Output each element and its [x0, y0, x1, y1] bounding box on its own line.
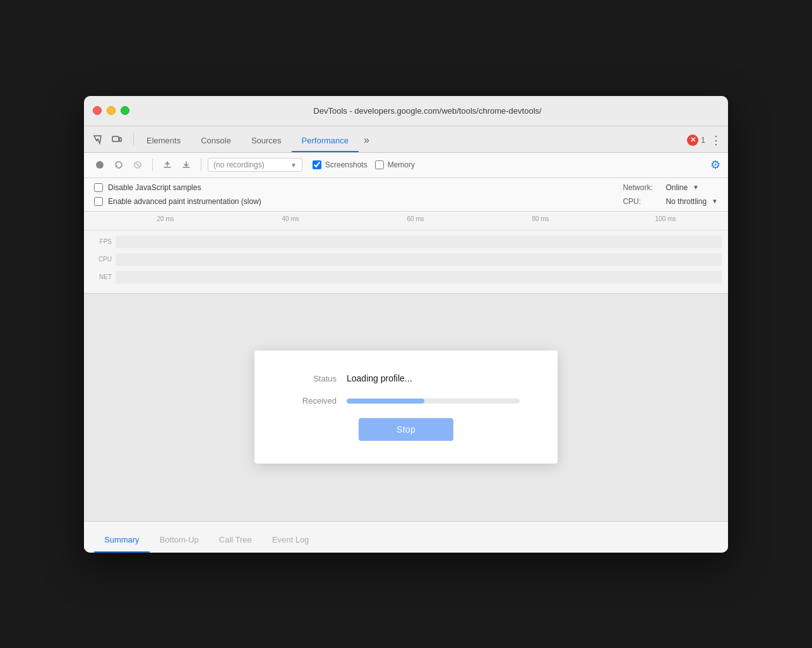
screenshots-checkbox[interactable]	[313, 160, 321, 169]
cpu-track-label: CPU	[90, 256, 116, 263]
tab-bar: Elements Console Sources Performance » ✕…	[84, 126, 728, 153]
error-icon: ✕	[687, 135, 698, 146]
net-track-label: NET	[90, 273, 116, 280]
clear-button[interactable]	[129, 157, 146, 173]
cpu-track-area	[116, 253, 722, 266]
stop-button[interactable]: Stop	[359, 418, 453, 441]
cpu-value: No throttling	[666, 197, 707, 206]
bottom-tab-bottom-up[interactable]: Bottom-Up	[150, 529, 209, 553]
toolbar-sep-1	[152, 159, 153, 171]
fps-track-label: FPS	[90, 238, 116, 245]
svg-point-2	[96, 161, 104, 169]
cpu-dropdown-arrow[interactable]: ▼	[712, 198, 718, 205]
error-count: 1	[701, 136, 705, 145]
device-toolbar-icon[interactable]	[109, 132, 124, 147]
progress-bar-container	[347, 399, 520, 404]
maximize-button[interactable]	[121, 106, 129, 115]
ruler-marks: 20 ms 40 ms 60 ms 80 ms 100 ms	[90, 215, 728, 222]
status-label: Status	[292, 374, 337, 383]
svg-rect-1	[119, 138, 121, 141]
timeline-tracks: FPS CPU NET	[84, 231, 728, 289]
devtools-menu-button[interactable]: ⋮	[710, 133, 722, 147]
tab-more-button[interactable]: »	[359, 131, 374, 152]
ruler-40ms: 40 ms	[228, 215, 353, 222]
recordings-value: (no recordings)	[213, 160, 265, 169]
fps-track-row: FPS	[90, 233, 722, 251]
enable-paint-label: Enable advanced paint instrumentation (s…	[108, 197, 261, 206]
memory-checkbox[interactable]	[375, 160, 384, 169]
toolbar-sep-2	[201, 159, 201, 171]
record-button[interactable]	[92, 157, 108, 173]
traffic-lights	[93, 106, 129, 115]
tab-performance[interactable]: Performance	[292, 131, 359, 152]
main-content: Status Loading profile... Received Stop	[84, 294, 728, 521]
devtools-window: DevTools - developers.google.com/web/too…	[84, 96, 728, 553]
cpu-key: CPU:	[623, 197, 660, 206]
svg-line-4	[136, 163, 140, 167]
status-row: Status Loading profile...	[292, 373, 520, 383]
tab-elements[interactable]: Elements	[136, 131, 191, 152]
status-value: Loading profile...	[347, 373, 412, 383]
tab-console[interactable]: Console	[191, 131, 241, 152]
network-dropdown-arrow[interactable]: ▼	[693, 184, 699, 191]
settings-panel: Disable JavaScript samples Enable advanc…	[84, 178, 728, 212]
window-title: DevTools - developers.google.com/web/too…	[136, 106, 719, 116]
svg-rect-0	[112, 136, 119, 141]
memory-label: Memory	[388, 160, 415, 169]
fps-track-area	[116, 236, 722, 248]
enable-paint-checkbox[interactable]	[94, 197, 103, 206]
performance-toolbar: (no recordings) ▼ Screenshots Memory ⚙	[84, 153, 728, 178]
received-label: Received	[292, 396, 337, 405]
tab-icons	[90, 132, 124, 152]
bottom-tabs: Summary Bottom-Up Call Tree Event Log	[84, 521, 728, 553]
ruler-100ms: 100 ms	[603, 215, 728, 222]
upload-profile-button[interactable]	[159, 157, 176, 173]
network-row: Network: Online ▼	[623, 183, 718, 192]
memory-checkbox-label[interactable]: Memory	[375, 160, 415, 169]
ruler-80ms: 80 ms	[478, 215, 603, 222]
reload-record-button[interactable]	[110, 157, 127, 173]
bottom-tab-event-log[interactable]: Event Log	[262, 529, 319, 553]
download-profile-button[interactable]	[178, 157, 194, 173]
cpu-track-row: CPU	[90, 251, 722, 268]
bottom-tab-summary[interactable]: Summary	[94, 529, 150, 553]
screenshots-checkbox-label[interactable]: Screenshots	[313, 160, 367, 169]
settings-left: Disable JavaScript samples Enable advanc…	[94, 183, 261, 206]
timeline-ruler: 20 ms 40 ms 60 ms 80 ms 100 ms	[84, 212, 728, 231]
disable-js-row: Disable JavaScript samples	[94, 183, 261, 192]
disable-js-label: Disable JavaScript samples	[108, 183, 201, 192]
screenshots-label: Screenshots	[325, 160, 367, 169]
close-button[interactable]	[93, 106, 102, 115]
inspect-icon[interactable]	[90, 132, 105, 147]
settings-gear-button[interactable]: ⚙	[710, 159, 720, 171]
minimize-button[interactable]	[107, 106, 116, 115]
title-bar: DevTools - developers.google.com/web/too…	[84, 96, 728, 126]
bottom-tab-call-tree[interactable]: Call Tree	[209, 529, 262, 553]
disable-js-checkbox[interactable]	[94, 183, 103, 192]
enable-paint-row: Enable advanced paint instrumentation (s…	[94, 197, 261, 206]
net-track-area	[116, 271, 722, 284]
cpu-row: CPU: No throttling ▼	[623, 197, 718, 206]
ruler-20ms: 20 ms	[103, 215, 228, 222]
ruler-60ms: 60 ms	[353, 215, 478, 222]
tab-divider	[133, 133, 134, 145]
recordings-dropdown[interactable]: (no recordings) ▼	[208, 158, 302, 172]
tab-sources[interactable]: Sources	[241, 131, 292, 152]
loading-dialog: Status Loading profile... Received Stop	[254, 351, 558, 464]
received-row: Received	[292, 396, 520, 405]
progress-bar	[347, 399, 424, 404]
network-key: Network:	[623, 183, 660, 192]
timeline-area: 20 ms 40 ms 60 ms 80 ms 100 ms FPS CPU N…	[84, 212, 728, 294]
toolbar-right: Screenshots Memory	[313, 160, 415, 169]
settings-right: Network: Online ▼ CPU: No throttling ▼	[623, 183, 718, 206]
net-track-row: NET	[90, 268, 722, 286]
network-value: Online	[666, 183, 688, 192]
tab-right-area: ✕ 1 ⋮	[687, 133, 722, 152]
